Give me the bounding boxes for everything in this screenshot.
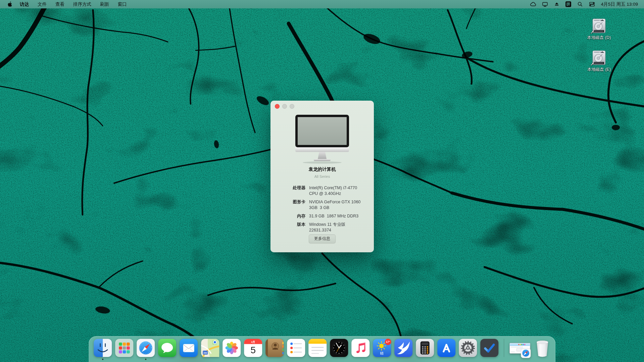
dock-item-app-store[interactable]: [437, 339, 455, 361]
spec-label: 内存: [278, 213, 305, 219]
dock-item-xunlei[interactable]: [394, 339, 412, 361]
running-indicator: [145, 359, 146, 360]
eject-icon[interactable]: [551, 0, 562, 8]
dock-item-calendar[interactable]: 4月 5: [244, 339, 262, 361]
spec-list: 处理器 Intel(R) Core(TM) i7-4770 CPU @ 3.40…: [278, 185, 366, 233]
about-this-computer-window: 袁龙的计算机 All Series 处理器 Intel(R) Core(TM) …: [270, 101, 374, 252]
menu-file[interactable]: 文件: [33, 0, 51, 8]
dock-item-messages[interactable]: [158, 339, 176, 361]
menu-sort[interactable]: 排序方式: [69, 0, 96, 8]
menu-bar: 访达 文件 查看 排序方式 刷新 窗口 拼 4月5日 周五 13:09: [0, 0, 644, 8]
minimize-button[interactable]: [282, 104, 287, 109]
shortcut-arrow-icon: ↗: [590, 62, 594, 67]
display-icon[interactable]: [539, 0, 551, 8]
window-controls: [275, 104, 294, 109]
dock-item-minimized-window[interactable]: [509, 339, 531, 361]
menu-window[interactable]: 窗口: [113, 0, 131, 8]
spec-row-version: 版本 Windows 11 专业版 22631.3374: [278, 222, 366, 233]
dock-item-calculator[interactable]: [416, 339, 434, 361]
dock-item-maps[interactable]: 280: [201, 339, 219, 361]
dock-item-reminders[interactable]: [287, 339, 305, 361]
imac-illustration: [294, 115, 351, 164]
messages-icon: [158, 339, 176, 357]
spec-value: Intel(R) Core(TM) i7-4770 CPU @ 3.40GHz: [309, 185, 366, 197]
more-info-button[interactable]: 更多信息: [309, 235, 336, 243]
reminders-icon: [287, 339, 305, 357]
apple-logo-icon: [7, 1, 12, 7]
spec-label: 版本: [278, 222, 305, 233]
launchpad-icon: [115, 339, 133, 357]
dock-item-finder[interactable]: [94, 339, 112, 361]
spec-value: Windows 11 专业版 22631.3374: [309, 222, 366, 233]
notes-icon: [308, 339, 327, 357]
weather-condition-label: 晴: [380, 351, 384, 355]
menu-finder[interactable]: 访达: [15, 0, 33, 8]
apple-menu[interactable]: [5, 1, 15, 7]
menu-bar-clock[interactable]: 4月5日 周五 13:09: [598, 1, 639, 7]
dock-item-weather[interactable]: 晴 17°: [373, 339, 391, 361]
dock-item-mail[interactable]: [180, 339, 198, 361]
finder-icon: [94, 339, 112, 357]
spec-label: 图形卡: [278, 199, 305, 211]
dock-item-contacts[interactable]: [265, 339, 284, 361]
maps-icon: 280: [201, 339, 219, 357]
hummingbird-icon: [394, 339, 412, 357]
desktop-icon-label: 本地磁盘 (E): [581, 67, 617, 72]
calendar-icon: 4月 5: [244, 339, 262, 357]
spec-row-processor: 处理器 Intel(R) Core(TM) i7-4770 CPU @ 3.40…: [278, 185, 366, 197]
gear-icon: [459, 339, 477, 357]
menu-view[interactable]: 查看: [51, 0, 69, 8]
safari-badge-icon: [521, 348, 531, 358]
contacts-icon: [265, 339, 284, 357]
menu-bar-status: 拼 4月5日 周五 13:09: [527, 0, 644, 8]
minimized-safari-window: [509, 342, 531, 358]
calendar-day-label: 5: [250, 345, 256, 355]
dock-item-clock[interactable]: [330, 339, 348, 361]
dock-item-settings[interactable]: [459, 339, 477, 361]
search-icon[interactable]: [574, 0, 586, 8]
weather-badge: 17°: [385, 339, 391, 345]
shortcut-arrow-icon: ↗: [590, 30, 594, 35]
dock-item-trash[interactable]: [534, 339, 550, 361]
desktop-icon-label: 本地磁盘 (D): [581, 35, 617, 41]
weather-badge-label: 17°: [386, 341, 390, 344]
model-name: All Series: [270, 174, 374, 178]
spec-label: 处理器: [278, 185, 305, 197]
input-method-label: 拼: [566, 2, 570, 6]
weather-icon: 晴 17°: [373, 339, 391, 357]
desktop: { "menu_bar": { "menus": ["访达", "文件", "查…: [0, 0, 644, 362]
safari-icon: [137, 339, 155, 357]
dock-item-music[interactable]: [351, 339, 369, 361]
menu-refresh[interactable]: 刷新: [96, 0, 113, 8]
spec-value: 31.9 GB 1867 MHz DDR3: [309, 213, 366, 219]
spec-row-memory: 内存 31.9 GB 1867 MHz DDR3: [278, 213, 366, 219]
dock-item-todo[interactable]: [480, 339, 498, 361]
app-store-icon: [437, 339, 455, 357]
dock-item-photos[interactable]: [222, 339, 241, 361]
spec-value: NVIDIA GeForce GTX 1060 3GB 3 GB: [309, 199, 366, 211]
control-center-icon[interactable]: [586, 0, 598, 8]
dock: 280 4月 5: [89, 336, 556, 362]
menu-bar-left: 访达 文件 查看 排序方式 刷新 窗口: [0, 0, 131, 8]
checkmark-icon: [480, 339, 498, 357]
dock-item-safari[interactable]: [137, 339, 155, 361]
calendar-month-label: 4月: [251, 341, 255, 344]
close-button[interactable]: [275, 104, 280, 109]
dock-item-notes[interactable]: [308, 339, 327, 361]
input-method-icon[interactable]: 拼: [562, 0, 574, 8]
dock-item-launchpad[interactable]: [115, 339, 133, 361]
maps-shield-label: 280: [203, 352, 207, 354]
trash-icon: [534, 339, 550, 358]
cloud-icon[interactable]: [527, 0, 539, 8]
calculator-icon: [416, 339, 434, 357]
music-icon: [351, 339, 369, 357]
dock-separator: [504, 339, 504, 357]
clock-icon: [330, 339, 348, 357]
spec-row-graphics: 图形卡 NVIDIA GeForce GTX 1060 3GB 3 GB: [278, 199, 366, 211]
desktop-icon-local-disk-e[interactable]: ↗ 本地磁盘 (E): [581, 50, 617, 72]
desktop-icon-local-disk-d[interactable]: ↗ 本地磁盘 (D): [581, 18, 617, 41]
running-indicator: [102, 359, 103, 360]
zoom-button[interactable]: [290, 104, 294, 109]
mail-icon: [180, 339, 198, 357]
computer-name: 袁龙的计算机: [270, 166, 374, 172]
